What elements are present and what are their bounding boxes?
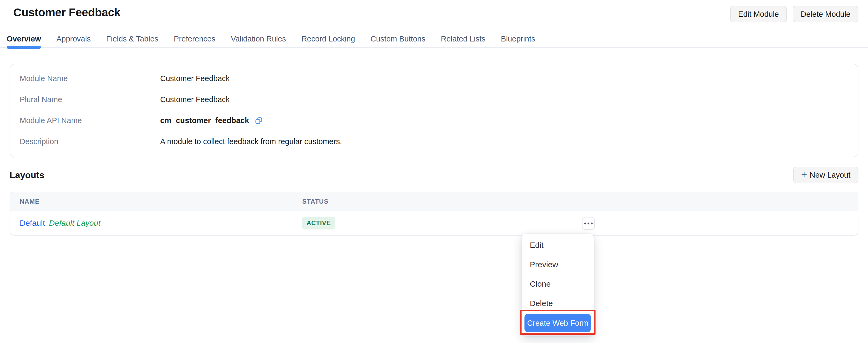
- table-header-row: NAME STATUS: [10, 192, 858, 211]
- layouts-section-header: Layouts + New Layout: [9, 167, 859, 183]
- menu-item-clone[interactable]: Clone: [522, 274, 594, 294]
- field-label: Description: [20, 137, 160, 146]
- menu-item-preview[interactable]: Preview: [522, 255, 594, 274]
- info-row-api-name: Module API Name cm_customer_feedback: [20, 110, 848, 131]
- page-title: Customer Feedback: [13, 6, 121, 19]
- layouts-table: NAME STATUS Default Default Layout ACTIV…: [9, 192, 859, 236]
- info-row-description: Description A module to collect feedback…: [20, 131, 848, 152]
- field-label: Module Name: [20, 74, 160, 83]
- layout-actions-menu: Edit Preview Clone Delete Create Web For…: [522, 234, 594, 336]
- copy-icon[interactable]: [255, 117, 263, 125]
- delete-module-button[interactable]: Delete Module: [793, 6, 859, 22]
- header-actions: Edit Module Delete Module: [730, 6, 859, 22]
- plus-icon: +: [801, 169, 807, 179]
- tab-related-lists[interactable]: Related Lists: [441, 30, 486, 47]
- column-header-status: STATUS: [302, 198, 328, 205]
- table-row: Default Default Layout ACTIVE: [10, 211, 858, 235]
- menu-item-delete[interactable]: Delete: [522, 294, 594, 313]
- ellipsis-icon: [584, 222, 593, 225]
- layout-name-cell: Default Default Layout: [20, 218, 101, 228]
- field-value: Customer Feedback: [160, 95, 230, 104]
- module-tabbar: Overview Approvals Fields & Tables Prefe…: [0, 30, 868, 48]
- field-value: A module to collect feedback from regula…: [160, 137, 342, 146]
- field-value: Customer Feedback: [160, 74, 230, 83]
- info-row-module-name: Module Name Customer Feedback: [20, 68, 848, 89]
- tab-fields-tables[interactable]: Fields & Tables: [106, 30, 158, 47]
- tab-blueprints[interactable]: Blueprints: [501, 30, 535, 47]
- layout-subtitle: Default Layout: [49, 218, 100, 228]
- tab-overview[interactable]: Overview: [7, 30, 41, 47]
- row-actions-button[interactable]: [582, 217, 595, 230]
- new-layout-label: New Layout: [810, 171, 850, 179]
- tab-approvals[interactable]: Approvals: [56, 30, 91, 47]
- tab-validation-rules[interactable]: Validation Rules: [231, 30, 286, 47]
- column-header-name: NAME: [20, 198, 40, 205]
- new-layout-button[interactable]: + New Layout: [793, 167, 859, 183]
- module-info-card: Module Name Customer Feedback Plural Nam…: [9, 64, 859, 157]
- tab-preferences[interactable]: Preferences: [174, 30, 215, 47]
- edit-module-button[interactable]: Edit Module: [730, 6, 787, 22]
- status-badge: ACTIVE: [302, 217, 335, 230]
- info-row-plural-name: Plural Name Customer Feedback: [20, 89, 848, 110]
- tab-custom-buttons[interactable]: Custom Buttons: [370, 30, 425, 47]
- api-name-value: cm_customer_feedback: [160, 116, 249, 125]
- page-header: Customer Feedback Edit Module Delete Mod…: [0, 0, 868, 22]
- layout-name-link[interactable]: Default: [20, 218, 45, 228]
- field-label: Module API Name: [20, 116, 160, 125]
- field-label: Plural Name: [20, 95, 160, 104]
- create-web-form-button[interactable]: Create Web Form: [524, 314, 591, 332]
- menu-item-edit[interactable]: Edit: [522, 235, 594, 255]
- layouts-heading: Layouts: [9, 170, 44, 180]
- tab-record-locking[interactable]: Record Locking: [302, 30, 355, 47]
